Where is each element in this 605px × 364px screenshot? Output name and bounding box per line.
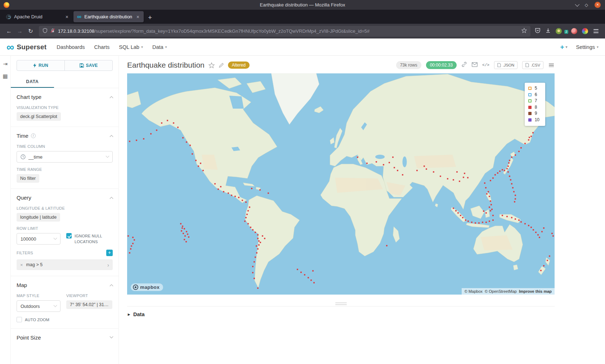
lonlat-chip[interactable]: longitude | latitude — [17, 213, 60, 222]
filter-chip[interactable]: × mag > 5 › — [17, 259, 113, 270]
earthquake-point[interactable] — [254, 278, 255, 279]
earthquake-point[interactable] — [508, 162, 510, 164]
earthquake-point[interactable] — [183, 233, 184, 234]
earthquake-point[interactable] — [515, 154, 516, 156]
time-column-select[interactable]: __time — [17, 151, 113, 163]
earthquake-point[interactable] — [244, 220, 246, 222]
earthquake-point[interactable] — [228, 192, 229, 194]
earthquake-point[interactable] — [376, 161, 377, 163]
earthquake-point[interactable] — [492, 215, 494, 216]
earthquake-point[interactable] — [551, 233, 553, 234]
earthquake-point[interactable] — [489, 220, 490, 222]
earthquake-point[interactable] — [268, 192, 269, 194]
earthquake-point[interactable] — [485, 222, 487, 223]
earthquake-point[interactable] — [383, 164, 384, 165]
legend-item[interactable]: 10 — [528, 117, 539, 123]
earthquake-point[interactable] — [184, 235, 186, 237]
earthquake-point[interactable] — [184, 239, 185, 240]
nav-item-dashboards[interactable]: Dashboards — [57, 44, 85, 50]
viz-type-chip[interactable]: deck.gl Scatterplot — [17, 112, 61, 121]
earthquake-point[interactable] — [254, 261, 255, 263]
earthquake-point[interactable] — [492, 219, 494, 221]
forward-button[interactable]: → — [14, 28, 25, 35]
earthquake-point[interactable] — [247, 223, 249, 224]
auto-zoom-checkbox[interactable] — [17, 317, 22, 322]
earthquake-point[interactable] — [433, 171, 434, 173]
earthquake-point[interactable] — [459, 181, 460, 182]
save-button[interactable]: SAVE — [64, 60, 113, 71]
earthquake-point[interactable] — [308, 277, 309, 278]
earthquake-point[interactable] — [453, 208, 454, 209]
earthquake-point[interactable] — [131, 245, 132, 247]
earthquake-point[interactable] — [192, 153, 193, 155]
earthquake-point[interactable] — [250, 227, 251, 228]
earthquake-point[interactable] — [484, 182, 485, 184]
earthquake-point[interactable] — [386, 245, 387, 246]
viewport-chip[interactable]: 7° 35' 54.02" | 31… — [66, 300, 112, 309]
earthquake-point[interactable] — [394, 167, 395, 168]
nav-item-sql-lab[interactable]: SQL Lab▾ — [119, 44, 143, 50]
earthquake-point[interactable] — [462, 217, 463, 218]
earthquake-point[interactable] — [504, 170, 505, 171]
legend-item[interactable]: 9 — [528, 111, 539, 117]
earthquake-point[interactable] — [134, 239, 135, 241]
filter-expand-icon[interactable]: › — [107, 262, 109, 268]
earthquake-point[interactable] — [200, 163, 201, 164]
earthquake-point[interactable] — [515, 195, 516, 196]
run-button[interactable]: RUN — [17, 60, 65, 71]
legend-item[interactable]: 6 — [528, 92, 539, 98]
earthquake-point[interactable] — [150, 133, 152, 135]
earthquake-point[interactable] — [539, 237, 540, 238]
earthquake-point[interactable] — [507, 165, 509, 167]
earthquake-point[interactable] — [161, 122, 162, 124]
ignore-null-checkbox-row[interactable]: IGNORE NULL LOCATIONS — [66, 233, 113, 245]
earthquake-point[interactable] — [488, 191, 489, 192]
nav-item-data[interactable]: Data▾ — [152, 44, 167, 50]
bookmark-star-icon[interactable] — [521, 28, 527, 35]
back-button[interactable]: ← — [4, 28, 14, 35]
earthquake-point[interactable] — [535, 232, 537, 233]
earthquake-point[interactable] — [490, 200, 491, 202]
superset-logo[interactable]: ∞ Superset — [6, 43, 46, 51]
embed-code-icon[interactable]: </> — [482, 63, 489, 67]
earthquake-point[interactable] — [238, 197, 239, 198]
earthquake-point[interactable] — [297, 269, 298, 270]
earthquake-point[interactable] — [509, 176, 510, 177]
tab-close-icon[interactable]: × — [65, 14, 69, 20]
earthquake-point[interactable] — [256, 245, 257, 247]
legend-item[interactable]: 5 — [528, 86, 539, 91]
add-filter-button[interactable]: + — [106, 250, 113, 256]
earthquake-point[interactable] — [132, 243, 134, 244]
section-header-time[interactable]: Timei — [17, 131, 113, 140]
earthquake-point[interactable] — [129, 141, 130, 142]
earthquake-point[interactable] — [392, 156, 394, 158]
dataset-grid-icon[interactable]: ▦ — [3, 73, 8, 79]
earthquake-point[interactable] — [312, 270, 314, 272]
earthquake-point[interactable] — [492, 177, 494, 179]
panel-drag-handle[interactable] — [335, 302, 347, 305]
earthquake-point[interactable] — [483, 210, 484, 212]
earthquake-point[interactable] — [540, 270, 542, 271]
downloads-icon[interactable] — [545, 28, 551, 35]
earthquake-point[interactable] — [257, 287, 259, 289]
earthquake-point[interactable] — [184, 228, 185, 229]
earthquake-point[interactable] — [533, 229, 534, 231]
earthquake-point[interactable] — [515, 218, 516, 220]
tab-close-icon[interactable]: × — [136, 14, 140, 20]
earthquake-point[interactable] — [255, 256, 256, 258]
earthquake-point[interactable] — [177, 127, 179, 128]
window-minimize-icon[interactable] — [575, 2, 579, 7]
settings-menu[interactable]: Settings▾ — [576, 44, 599, 50]
earthquake-point[interactable] — [489, 196, 490, 197]
row-limit-select[interactable]: 100000 — [17, 233, 60, 245]
earthquake-point[interactable] — [397, 170, 398, 171]
earthquake-point[interactable] — [467, 177, 469, 178]
earthquake-point[interactable] — [424, 165, 425, 167]
new-tab-button[interactable]: + — [144, 14, 156, 24]
earthquake-point[interactable] — [520, 221, 522, 223]
earthquake-point[interactable] — [511, 183, 512, 185]
favorite-star-icon[interactable] — [209, 62, 215, 68]
earthquake-point[interactable] — [513, 191, 515, 192]
earthquake-point[interactable] — [547, 260, 548, 261]
earthquake-point[interactable] — [465, 219, 466, 221]
